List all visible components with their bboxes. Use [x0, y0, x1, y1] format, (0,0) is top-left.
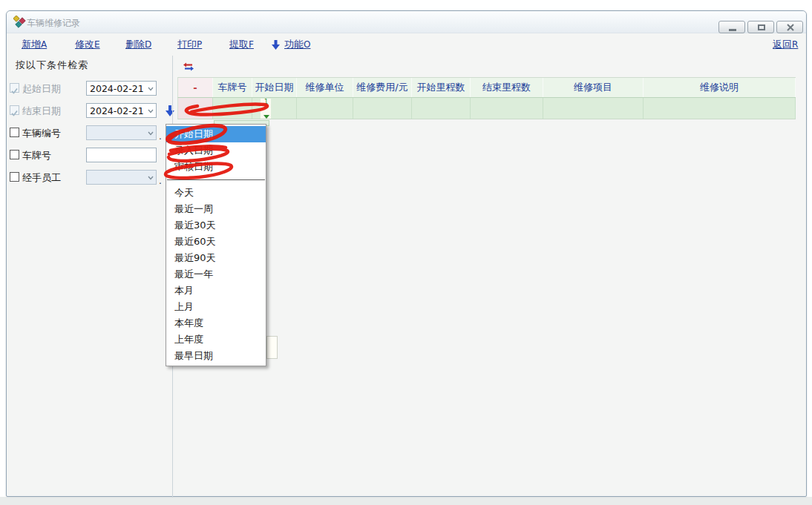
start-date-combo[interactable]: 2024-02-21: [86, 81, 157, 96]
dropdown-item-entry-date[interactable]: 录入日期: [166, 142, 266, 159]
swap-columns-icon[interactable]: [183, 62, 194, 71]
row-cell-repair-notes[interactable]: [644, 98, 796, 119]
end-date-value: 2024-02-21: [90, 105, 144, 116]
cell-dropdown-button[interactable]: 1: [262, 99, 270, 119]
menu-item-delete[interactable]: 删除D: [125, 38, 151, 51]
column-header-end-mileage[interactable]: 结束里程数: [471, 78, 543, 97]
dropdown-item-earliest-date[interactable]: 最早日期: [166, 348, 266, 364]
menu-item-return[interactable]: 返回R: [773, 38, 798, 51]
window-bottom-strip: [0, 497, 812, 505]
column-header-repair-unit[interactable]: 维修单位: [297, 78, 353, 97]
minimize-icon: [729, 29, 736, 31]
column-header-repair-notes[interactable]: 维修说明: [644, 78, 796, 97]
search-row-start-date: 起始日期 2024-02-21: [7, 81, 171, 96]
menu-item-edit[interactable]: 修改E: [75, 38, 100, 51]
maximize-button[interactable]: [747, 21, 774, 33]
dropdown-item-last-30-days[interactable]: 最近30天: [166, 217, 266, 234]
checkbox-plate-number[interactable]: [10, 150, 19, 159]
dropdown-item-prev-year[interactable]: 上年度: [166, 331, 266, 348]
maximize-icon: [758, 24, 765, 30]
close-button[interactable]: [776, 21, 803, 33]
dot-mark: .: [159, 131, 162, 142]
menu-item-add[interactable]: 新增A: [22, 38, 47, 51]
background-edit-box: [266, 336, 278, 359]
checkbox-start-date[interactable]: [10, 83, 19, 93]
row-flag-number: 1: [264, 99, 268, 105]
dropdown-item-today[interactable]: 今天: [166, 185, 266, 201]
checkbox-end-date[interactable]: [10, 105, 19, 115]
dropdown-item-this-month[interactable]: 本月: [166, 283, 266, 299]
column-header-start-mileage[interactable]: 开始里程数: [412, 78, 471, 97]
dropdown-triangle-icon: [263, 115, 269, 119]
column-header-plate-number[interactable]: 车牌号: [213, 78, 252, 97]
dropdown-item-audit-date[interactable]: 审核日期: [166, 159, 266, 175]
search-row-vehicle-id: 车辆编号 .: [7, 125, 171, 140]
end-date-combo[interactable]: 2024-02-21: [86, 103, 157, 118]
row-cell-repair-items[interactable]: [543, 98, 644, 119]
dropdown-item-start-date[interactable]: 开始日期: [166, 126, 266, 142]
row-cell-start-date[interactable]: [252, 98, 297, 119]
start-date-value: 2024-02-21: [90, 83, 144, 94]
minimize-button[interactable]: [718, 21, 745, 33]
column-header-repair-items[interactable]: 维修项目: [543, 78, 644, 97]
row-cell-plate-number[interactable]: [213, 98, 252, 119]
checkbox-handler[interactable]: [10, 172, 19, 182]
chevron-down-icon: [148, 87, 154, 91]
dropdown-separator: [167, 179, 265, 180]
vehicle-id-label: 车辆编号: [22, 127, 61, 140]
row-cell-start-mileage[interactable]: [412, 98, 471, 119]
search-panel-title: 按以下条件检索: [16, 59, 88, 72]
column-header-start-date[interactable]: 开始日期: [252, 78, 297, 97]
start-date-label: 起始日期: [22, 82, 61, 96]
chevron-down-icon: [148, 109, 154, 113]
dropdown-item-last-year[interactable]: 最近一年: [166, 266, 266, 283]
screen: 车辆维修记录 新增A 修改E 删除D 打印P 提取F 功能O 返回R 按以下条件…: [0, 0, 812, 505]
close-icon: [787, 24, 794, 31]
column-header-repair-cost[interactable]: 维修费用/元: [353, 78, 412, 97]
chevron-down-icon: [148, 176, 154, 180]
dropdown-item-last-60-days[interactable]: 最近60天: [166, 234, 266, 250]
check-icon: [10, 109, 19, 117]
checkbox-vehicle-id[interactable]: [10, 128, 19, 137]
vehicle-id-combo[interactable]: [86, 125, 157, 140]
vehicle-repair-records-window: 车辆维修记录 新增A 修改E 删除D 打印P 提取F 功能O 返回R 按以下条件…: [6, 10, 807, 497]
handler-combo[interactable]: [86, 170, 157, 185]
apply-filter-arrow-button[interactable]: [166, 105, 174, 116]
end-date-label: 结束日期: [22, 105, 61, 118]
search-row-end-date: 结束日期 2024-02-21: [7, 103, 171, 118]
menu-item-extract[interactable]: 提取F: [229, 38, 254, 51]
grid-header-row: - 车牌号 开始日期 维修单位 维修费用/元 开始里程数 结束里程数 维修项目 …: [177, 77, 796, 98]
down-arrow-icon: [272, 40, 280, 50]
dropdown-item-last-week[interactable]: 最近一周: [166, 201, 266, 217]
dot-mark: .: [159, 176, 162, 186]
plate-number-input[interactable]: [86, 148, 157, 162]
chevron-down-icon: [148, 131, 154, 136]
menu-item-print[interactable]: 打印P: [177, 38, 202, 51]
plate-number-label: 车牌号: [22, 149, 51, 162]
row-indicator-cell[interactable]: [178, 98, 213, 119]
dropdown-item-last-90-days[interactable]: 最近90天: [166, 250, 266, 266]
menu-item-functions[interactable]: 功能O: [284, 38, 310, 51]
window-title: 车辆维修记录: [27, 17, 80, 30]
check-icon: [10, 87, 19, 95]
app-icon: [13, 16, 26, 28]
search-row-plate-number: 车牌号: [7, 148, 171, 162]
column-header-indicator[interactable]: -: [178, 78, 213, 97]
row-cell-end-mileage[interactable]: [471, 98, 543, 119]
handler-label: 经手员工: [22, 171, 61, 185]
dropdown-item-this-year[interactable]: 本年度: [166, 315, 266, 331]
date-filter-dropdown: 开始日期 录入日期 审核日期 今天 最近一周 最近30天 最近60天 最近90天…: [166, 124, 266, 366]
row-cell-repair-cost[interactable]: [353, 98, 412, 119]
dropdown-item-prev-month[interactable]: 上月: [166, 299, 266, 315]
search-row-handler: 经手员工 .: [7, 170, 171, 185]
row-cell-repair-unit[interactable]: [297, 98, 353, 119]
titlebar[interactable]: 车辆维修记录: [7, 11, 806, 33]
